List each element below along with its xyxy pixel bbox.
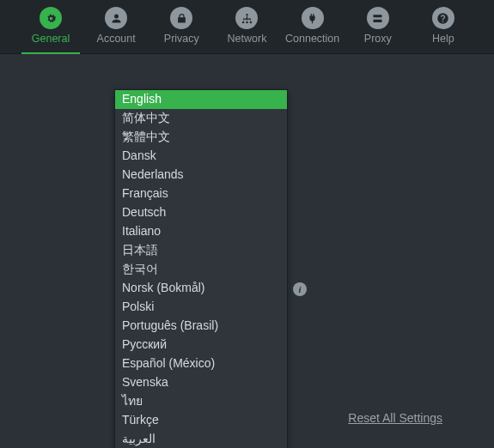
tab-label: Help bbox=[432, 33, 454, 45]
tab-label: Account bbox=[97, 33, 136, 45]
language-option[interactable]: Español (México) bbox=[115, 354, 287, 373]
settings-content: English简体中文繁體中文DanskNederlandsFrançaisDe… bbox=[0, 54, 494, 448]
language-option[interactable]: Deutsch bbox=[115, 203, 287, 222]
reset-all-settings-link[interactable]: Reset All Settings bbox=[348, 411, 442, 425]
language-option[interactable]: 한국어 bbox=[115, 260, 287, 279]
user-icon bbox=[105, 7, 127, 29]
language-option[interactable]: Polski bbox=[115, 298, 287, 317]
tab-network[interactable]: Network bbox=[217, 5, 276, 53]
language-option[interactable]: العربية bbox=[115, 430, 287, 448]
language-option[interactable]: Norsk (Bokmål) bbox=[115, 279, 287, 298]
language-option[interactable]: Русский bbox=[115, 336, 287, 354]
language-option[interactable]: English bbox=[115, 90, 287, 109]
settings-tabbar: General Account Privacy Network Connecti… bbox=[0, 0, 494, 54]
tab-label: Connection bbox=[285, 33, 339, 45]
tab-connection[interactable]: Connection bbox=[284, 5, 342, 53]
lock-icon bbox=[170, 7, 192, 29]
tab-label: Network bbox=[228, 33, 267, 45]
network-icon bbox=[235, 7, 258, 29]
tab-privacy[interactable]: Privacy bbox=[152, 5, 210, 53]
tab-help[interactable]: Help bbox=[414, 5, 473, 53]
language-dropdown[interactable]: English简体中文繁體中文DanskNederlandsFrançaisDe… bbox=[114, 89, 288, 448]
language-option[interactable]: 繁體中文 bbox=[115, 128, 287, 147]
language-option[interactable]: Français bbox=[115, 185, 287, 203]
tab-general[interactable]: General bbox=[21, 5, 80, 53]
language-option[interactable]: ไทย bbox=[115, 392, 287, 411]
language-option[interactable]: Svenska bbox=[115, 373, 287, 392]
tab-label: Privacy bbox=[164, 33, 199, 45]
info-icon[interactable]: i bbox=[293, 282, 307, 296]
question-icon bbox=[432, 7, 454, 29]
tab-account[interactable]: Account bbox=[87, 5, 145, 53]
language-option[interactable]: Nederlands bbox=[115, 166, 287, 185]
tab-label: Proxy bbox=[364, 33, 392, 45]
language-option[interactable]: Português (Brasil) bbox=[115, 317, 287, 336]
language-option[interactable]: 日本語 bbox=[115, 241, 287, 260]
tab-label: General bbox=[32, 33, 70, 45]
language-option[interactable]: 简体中文 bbox=[115, 109, 287, 128]
tab-proxy[interactable]: Proxy bbox=[349, 5, 407, 53]
language-option[interactable]: Italiano bbox=[115, 222, 287, 241]
gear-icon bbox=[40, 7, 62, 29]
language-option[interactable]: Dansk bbox=[115, 147, 287, 166]
language-option[interactable]: Türkçe bbox=[115, 411, 287, 430]
plug-icon bbox=[302, 7, 324, 29]
server-icon bbox=[367, 7, 389, 29]
